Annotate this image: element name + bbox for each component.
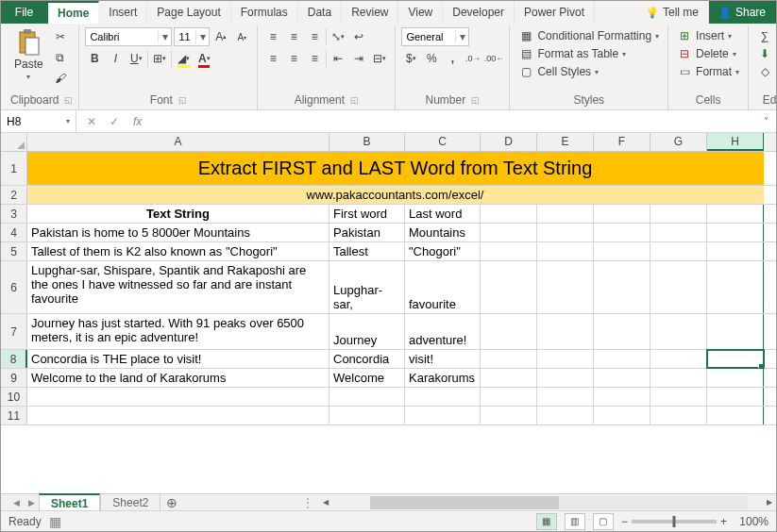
- share-button[interactable]: Share: [709, 1, 776, 24]
- cell[interactable]: Last word: [405, 205, 481, 223]
- cell[interactable]: [707, 205, 764, 223]
- insert-cells-button[interactable]: ⊞Insert▾: [674, 27, 735, 44]
- row-header-7[interactable]: 7: [1, 314, 27, 349]
- cell[interactable]: [707, 314, 764, 349]
- cell-subtitle[interactable]: www.pakaccountants.com/excel/: [27, 186, 764, 204]
- cell[interactable]: [537, 314, 594, 349]
- zoom-out-button[interactable]: −: [621, 515, 628, 528]
- name-box[interactable]: H8▾: [1, 110, 76, 132]
- cell[interactable]: Pakistan: [329, 224, 405, 241]
- row-header-5[interactable]: 5: [1, 242, 27, 260]
- cell[interactable]: Welcome to the land of Karakorums: [27, 369, 329, 387]
- select-all-button[interactable]: [1, 133, 27, 151]
- align-center-button[interactable]: ≡: [284, 49, 303, 68]
- orientation-button[interactable]: ⤡▾: [329, 27, 347, 46]
- tab-home[interactable]: Home: [48, 1, 99, 24]
- sheet-nav-prev[interactable]: ◀: [8, 498, 24, 507]
- cell[interactable]: [650, 242, 707, 260]
- cell[interactable]: [707, 224, 764, 241]
- col-header-a[interactable]: A: [27, 133, 329, 151]
- cell[interactable]: [537, 224, 594, 241]
- cell[interactable]: [537, 261, 594, 313]
- cell[interactable]: [594, 224, 650, 241]
- cell[interactable]: [537, 242, 594, 260]
- tab-review[interactable]: Review: [342, 1, 398, 24]
- cell[interactable]: [594, 242, 650, 260]
- chevron-down-icon[interactable]: ▾: [66, 117, 70, 125]
- expand-formula-bar-button[interactable]: ˅: [756, 116, 776, 126]
- cell[interactable]: Tallest of them is K2 also known as "Cho…: [27, 242, 329, 260]
- cell[interactable]: [481, 224, 537, 241]
- cell[interactable]: Journey: [329, 314, 405, 349]
- chevron-down-icon[interactable]: ▾: [455, 30, 468, 43]
- col-header-h[interactable]: H: [707, 133, 764, 151]
- sheet-tab-1[interactable]: Sheet1: [39, 493, 100, 511]
- copy-button[interactable]: ⧉: [51, 48, 70, 67]
- cell-selected[interactable]: [707, 350, 764, 368]
- paste-button[interactable]: Paste ▾: [10, 27, 47, 83]
- clear-button[interactable]: ◇▾: [754, 63, 777, 80]
- cell[interactable]: [650, 205, 707, 223]
- cell[interactable]: [481, 350, 537, 368]
- font-name-input[interactable]: [86, 31, 158, 42]
- col-header-d[interactable]: D: [481, 133, 537, 151]
- cell[interactable]: favourite: [405, 261, 481, 313]
- col-header-b[interactable]: B: [329, 133, 405, 151]
- cell[interactable]: Welcome: [329, 369, 405, 387]
- align-top-button[interactable]: ≡: [263, 27, 282, 46]
- increase-font-button[interactable]: A▴: [211, 27, 230, 46]
- conditional-formatting-button[interactable]: ▦Conditional Formatting▾: [515, 27, 662, 44]
- cell[interactable]: adventure!: [405, 314, 481, 349]
- percent-button[interactable]: %: [422, 49, 441, 68]
- col-header-g[interactable]: G: [650, 133, 707, 151]
- view-page-break-button[interactable]: ▢: [593, 513, 614, 530]
- borders-button[interactable]: ⊞▾: [150, 49, 169, 68]
- format-painter-button[interactable]: 🖌: [51, 69, 70, 88]
- cell[interactable]: [481, 407, 537, 424]
- tab-page-layout[interactable]: Page Layout: [147, 1, 230, 24]
- font-size-combo[interactable]: ▾: [174, 27, 210, 46]
- cell[interactable]: Lupghar-sar, Shispare, Spantik and Rakap…: [27, 261, 329, 313]
- font-size-input[interactable]: [175, 31, 195, 42]
- cell[interactable]: Pakistan is home to 5 8000er Mountains: [27, 224, 329, 241]
- zoom-level[interactable]: 100%: [731, 515, 769, 528]
- underline-button[interactable]: U▾: [127, 49, 145, 68]
- chevron-down-icon[interactable]: ▾: [195, 30, 209, 43]
- tab-view[interactable]: View: [398, 1, 443, 24]
- cell[interactable]: [537, 205, 594, 223]
- cell[interactable]: [481, 242, 537, 260]
- number-dialog-launcher[interactable]: ◱: [471, 95, 480, 105]
- align-left-button[interactable]: ≡: [263, 49, 282, 68]
- tell-me[interactable]: Tell me: [636, 1, 709, 24]
- cell[interactable]: [594, 314, 650, 349]
- cell-styles-button[interactable]: ▢Cell Styles▾: [515, 63, 601, 80]
- chevron-down-icon[interactable]: ▾: [158, 30, 171, 43]
- tab-power-pivot[interactable]: Power Pivot: [515, 1, 595, 24]
- scroll-left-button[interactable]: ◀: [319, 496, 332, 509]
- cell[interactable]: [594, 369, 650, 387]
- cell[interactable]: [405, 407, 481, 424]
- cell[interactable]: [594, 350, 650, 368]
- cell[interactable]: Karakorums: [405, 369, 481, 387]
- cancel-formula-button[interactable]: ✕: [84, 115, 99, 128]
- cell[interactable]: [537, 350, 594, 368]
- cell[interactable]: [481, 314, 537, 349]
- cell[interactable]: Concordia is THE place to visit!: [27, 350, 329, 368]
- fill-color-button[interactable]: ◢▾: [174, 49, 193, 68]
- format-as-table-button[interactable]: ▤Format as Table▾: [515, 45, 629, 62]
- cell[interactable]: [650, 314, 707, 349]
- align-bottom-button[interactable]: ≡: [305, 27, 324, 46]
- cell[interactable]: [481, 205, 537, 223]
- cell[interactable]: [329, 407, 405, 424]
- col-header-c[interactable]: C: [405, 133, 481, 151]
- sheet-tab-2[interactable]: Sheet2: [100, 493, 160, 510]
- cell[interactable]: [707, 388, 764, 406]
- horizontal-scrollbar[interactable]: [370, 496, 748, 509]
- col-header-f[interactable]: F: [594, 133, 650, 151]
- row-header-8[interactable]: 8: [1, 350, 27, 368]
- row-header-9[interactable]: 9: [1, 369, 27, 387]
- cell-title[interactable]: Extract FIRST and LAST Word from Text St…: [27, 152, 764, 185]
- decrease-decimal-button[interactable]: .00←: [484, 49, 503, 68]
- decrease-indent-button[interactable]: ⇤: [329, 49, 347, 68]
- macro-record-icon[interactable]: ▦: [49, 514, 61, 529]
